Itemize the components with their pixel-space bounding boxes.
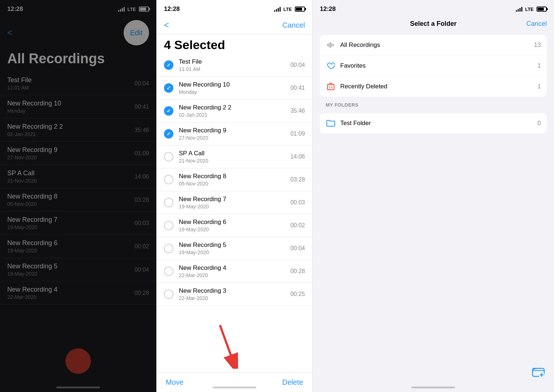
checkbox[interactable] — [164, 60, 173, 70]
list-item[interactable]: New Recording 4 22-Mar-2020 00:28 — [157, 260, 312, 283]
panel1-dim-overlay — [0, 0, 156, 392]
item-name: New Recording 5 — [179, 241, 290, 249]
folder-row[interactable]: Recently Deleted 1 — [320, 76, 547, 97]
list-item[interactable]: New Recording 9 27-Nov-2020 01:09 — [157, 123, 312, 145]
folder-icon — [326, 81, 336, 92]
checkbox[interactable] — [164, 83, 173, 93]
signal-bar-p2-1 — [274, 10, 275, 12]
checkbox[interactable] — [164, 289, 173, 299]
item-name: SP A Call — [179, 150, 290, 157]
time-panel2: 12:28 — [164, 5, 180, 13]
item-name: New Recording 9 — [179, 127, 290, 134]
checkbox[interactable] — [164, 152, 173, 161]
item-info: New Recording 4 22-Mar-2020 — [179, 264, 290, 278]
list-item[interactable]: New Recording 7 19-May-2020 00:03 — [157, 191, 312, 214]
status-bar-panel3: 12:28 LTE — [313, 0, 554, 18]
status-bar-panel2: 12:28 LTE — [157, 0, 312, 18]
folder-count: 13 — [534, 41, 541, 49]
checkbox[interactable] — [164, 244, 173, 253]
cancel-button-panel3[interactable]: Cancel — [526, 20, 547, 28]
back-button-panel2[interactable]: < — [164, 20, 169, 30]
selection-title: 4 Selected — [157, 34, 312, 54]
signal-bar-p3-4 — [521, 7, 522, 12]
list-item[interactable]: New Recording 2 2 02-Jan-2021 35:46 — [157, 100, 312, 123]
panel-all-recordings: 12:28 LTE < Edit All Recordings Test Fil… — [0, 0, 156, 392]
folder-row[interactable]: Favorites 1 — [320, 56, 547, 76]
item-info: New Recording 2 2 02-Jan-2021 — [179, 104, 290, 118]
system-folders-card: All Recordings 13 Favorites 1 Recently D… — [320, 35, 547, 97]
signal-bar-p3-1 — [516, 10, 517, 12]
time-panel3: 12:28 — [320, 5, 336, 13]
lte-panel2: LTE — [283, 7, 292, 12]
item-duration: 01:09 — [290, 131, 305, 137]
checkbox[interactable] — [164, 129, 173, 139]
folder-icon — [326, 118, 336, 128]
system-folders-section: All Recordings 13 Favorites 1 Recently D… — [313, 35, 554, 97]
item-duration: 00:04 — [290, 62, 305, 68]
checkbox[interactable] — [164, 175, 173, 184]
item-duration: 00:28 — [290, 268, 305, 275]
list-item[interactable]: SP A Call 21-Nov-2020 14:06 — [157, 145, 312, 168]
item-date: 19-May-2020 — [179, 204, 290, 209]
select-folder-title: Select a Folder — [410, 20, 457, 28]
list-item[interactable]: New Recording 3 22-Mar-2020 00:25 — [157, 283, 312, 306]
list-item[interactable]: New Recording 6 19-May-2020 00:02 — [157, 214, 312, 237]
item-duration: 03:28 — [290, 176, 305, 183]
signal-bar-p2-3 — [278, 8, 279, 12]
signal-bars-panel3 — [516, 7, 522, 12]
signal-bar-p3-3 — [519, 8, 521, 12]
item-name: New Recording 10 — [179, 81, 290, 88]
folder-count: 0 — [538, 120, 541, 127]
add-folder-button[interactable] — [532, 365, 545, 381]
checkbox[interactable] — [164, 198, 173, 207]
checkbox[interactable] — [164, 106, 173, 116]
item-info: New Recording 9 27-Nov-2020 — [179, 127, 290, 141]
folder-name: Favorites — [340, 62, 538, 69]
item-name: New Recording 7 — [179, 196, 290, 203]
list-item[interactable]: New Recording 8 05-Nov-2020 03:28 — [157, 168, 312, 191]
item-info: New Recording 5 19-May-2020 — [179, 241, 290, 255]
item-date: 21-Nov-2020 — [179, 158, 290, 164]
battery-fill-panel3 — [538, 8, 544, 11]
checkbox[interactable] — [164, 267, 173, 276]
folder-name: Recently Deleted — [340, 83, 538, 90]
checkbox[interactable] — [164, 221, 173, 230]
item-info: New Recording 6 19-May-2020 — [179, 219, 290, 232]
list-item[interactable]: New Recording 10 Monday 00:41 — [157, 77, 312, 100]
item-name: New Recording 3 — [179, 287, 290, 295]
my-folders-card: Test Folder 0 — [320, 113, 547, 133]
folder-icon — [326, 61, 336, 71]
list-item[interactable]: New Recording 5 19-May-2020 00:04 — [157, 237, 312, 260]
item-duration: 00:41 — [290, 85, 305, 91]
signal-bar-p2-4 — [280, 7, 281, 12]
item-info: New Recording 7 19-May-2020 — [179, 196, 290, 209]
item-duration: 14:06 — [290, 153, 305, 160]
p2-bottom-bar: Move Delete — [157, 372, 312, 392]
folder-row[interactable]: All Recordings 13 — [320, 35, 547, 56]
signal-bar-p3-2 — [518, 9, 519, 12]
item-date: 27-Nov-2020 — [179, 135, 290, 141]
p3-nav: Select a Folder Cancel — [313, 18, 554, 31]
folder-row[interactable]: Test Folder 0 — [320, 113, 547, 133]
delete-button[interactable]: Delete — [282, 378, 303, 387]
home-indicator-panel2 — [213, 387, 256, 388]
status-icons-panel2: LTE — [274, 7, 305, 12]
signal-bar-p2-2 — [276, 9, 277, 12]
p2-nav: < Cancel — [157, 18, 312, 34]
status-icons-panel3: LTE — [516, 7, 547, 12]
item-name: New Recording 4 — [179, 264, 290, 272]
item-date: Monday — [179, 89, 290, 95]
item-date: 11:01 AM — [179, 66, 290, 72]
item-info: Test File 11:01 AM — [179, 58, 290, 72]
folder-count: 1 — [538, 83, 541, 90]
cancel-button-panel2[interactable]: Cancel — [282, 21, 305, 29]
svg-rect-4 — [330, 42, 331, 48]
folder-icon — [326, 40, 336, 50]
move-button[interactable]: Move — [166, 378, 184, 387]
item-date: 22-Mar-2020 — [179, 272, 290, 278]
svg-rect-2 — [327, 44, 328, 46]
svg-rect-3 — [329, 43, 329, 47]
folder-name: Test Folder — [340, 120, 538, 127]
panel-select-folder: 12:28 LTE Select a Folder Cancel All Rec… — [313, 0, 554, 392]
list-item[interactable]: Test File 11:01 AM 00:04 — [157, 54, 312, 77]
